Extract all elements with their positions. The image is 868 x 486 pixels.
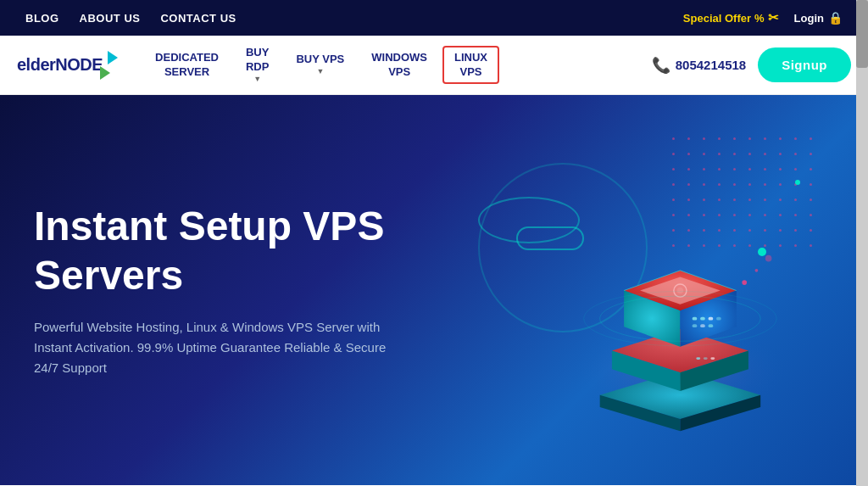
nav-buy-vps[interactable]: BUY VPS ▼: [284, 47, 356, 82]
logo-text: elderNODE: [17, 55, 103, 75]
dedicated-server-line1: DEDICATED: [155, 51, 219, 65]
svg-rect-12: [700, 317, 705, 321]
scrollbar-thumb[interactable]: [856, 0, 868, 68]
buy-vps-label: BUY VPS: [296, 53, 344, 67]
nav-links: DEDICATED SERVER BUY RDP ▼ BUY VPS ▼ WIN…: [143, 41, 652, 89]
phone-number[interactable]: 📞 8054214518: [652, 56, 746, 75]
nav-bar: elderNODE DEDICATED SERVER BUY RDP ▼ BUY…: [0, 36, 868, 95]
server-illustration: [495, 146, 817, 451]
nav-buy-rdp[interactable]: BUY RDP ▼: [234, 41, 281, 89]
svg-rect-15: [693, 324, 698, 327]
buy-rdp-label2: RDP: [246, 60, 269, 75]
special-offer-label: Special Offer: [683, 12, 751, 25]
buy-rdp-arrow: ▼: [253, 75, 261, 85]
svg-rect-17: [709, 324, 714, 327]
linux-vps-line2: VPS: [459, 65, 481, 80]
logo-elder: elder: [17, 55, 55, 74]
signup-button[interactable]: Signup: [758, 47, 851, 82]
linux-vps-line1: LINUX: [454, 51, 487, 65]
top-bar: BLOG ABOUT US CONTACT US Special Offer %…: [0, 0, 868, 36]
login-button[interactable]: Login 🔒: [794, 11, 843, 25]
phone-icon: 📞: [652, 56, 670, 75]
logo-arrow-cyan: [108, 51, 118, 64]
svg-rect-11: [693, 317, 698, 321]
scrollbar[interactable]: [856, 0, 868, 485]
dedicated-server-line2: SERVER: [164, 65, 209, 80]
svg-rect-16: [700, 324, 705, 327]
special-offer-link[interactable]: Special Offer % ✂: [683, 10, 779, 25]
nav-windows-vps[interactable]: WINDOWS VPS: [359, 46, 439, 85]
windows-vps-line2: VPS: [388, 65, 410, 80]
nav-linux-vps[interactable]: LINUX VPS: [442, 46, 499, 85]
buy-rdp-label: BUY: [246, 46, 269, 60]
buy-vps-arrow: ▼: [316, 67, 324, 77]
hero-subtitle: Powerful Website Hosting, Linux & Window…: [34, 317, 407, 378]
svg-point-25: [765, 255, 772, 262]
svg-rect-19: [704, 357, 708, 360]
blog-link[interactable]: BLOG: [25, 12, 59, 25]
svg-point-24: [755, 269, 759, 272]
svg-point-22: [677, 288, 684, 294]
login-label: Login: [794, 12, 824, 25]
hero-section: // generate 80 dots for(let i=0;i<80;i++…: [0, 95, 868, 485]
lock-icon: 🔒: [828, 11, 843, 25]
logo[interactable]: elderNODE: [17, 51, 118, 80]
svg-rect-20: [710, 357, 715, 360]
nav-right: 📞 8054214518 Signup: [652, 47, 851, 82]
scissors-icon: ✂: [768, 10, 779, 25]
logo-arrow-green: [100, 66, 110, 80]
svg-rect-18: [696, 357, 700, 360]
svg-point-23: [742, 280, 747, 285]
svg-rect-13: [709, 317, 714, 321]
contact-us-link[interactable]: CONTACT US: [160, 12, 236, 25]
about-us-link[interactable]: ABOUT US: [80, 12, 141, 25]
hero-content: Instant Setup VPS Servers Powerful Websi…: [34, 202, 475, 377]
phone-text: 8054214518: [676, 58, 746, 72]
windows-vps-line1: WINDOWS: [371, 51, 427, 65]
svg-rect-14: [716, 317, 721, 321]
top-bar-right: Special Offer % ✂ Login 🔒: [683, 10, 843, 25]
hero-title: Instant Setup VPS Servers: [34, 202, 475, 299]
top-bar-nav: BLOG ABOUT US CONTACT US: [25, 12, 236, 25]
logo-node: NODE: [55, 55, 103, 74]
special-offer-percent: %: [754, 12, 765, 25]
nav-dedicated-server[interactable]: DEDICATED SERVER: [143, 46, 231, 85]
